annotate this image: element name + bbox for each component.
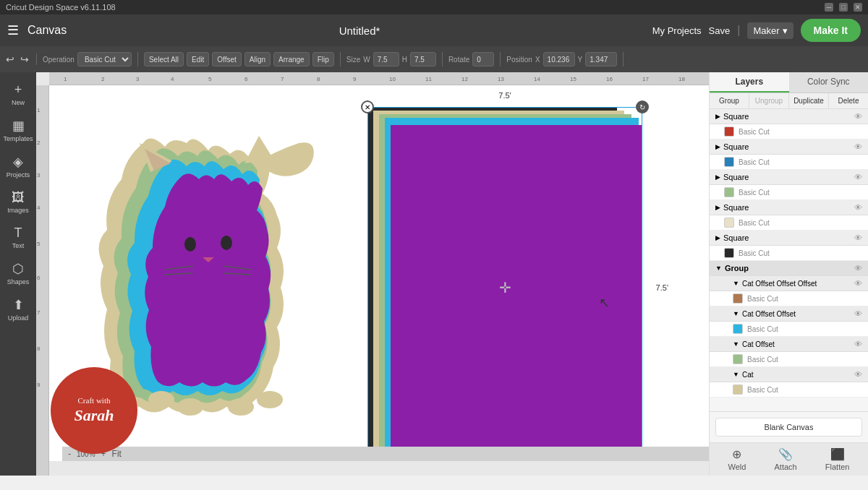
layer-cat-offset-offset[interactable]: ▼ Cat Offset Offset 👁: [710, 306, 868, 322]
maximize-btn[interactable]: □: [839, 3, 848, 12]
sidebar-templates-label: Templates: [3, 135, 33, 142]
app-title: Cricut Design Space v6.11.108: [6, 3, 116, 12]
group-button[interactable]: Group: [710, 93, 749, 108]
panel-footer: ⊕ Weld 📎 Attach ⬛ Flatten: [710, 442, 868, 476]
offset-button[interactable]: Offset: [212, 52, 242, 66]
flip-button[interactable]: Flip: [312, 52, 334, 66]
ruler-mark-12: 12: [461, 76, 468, 82]
layer-sq4-visibility[interactable]: 👁: [854, 203, 862, 212]
sidebar-item-new[interactable]: + New: [0, 78, 36, 111]
layer-sq1-label: Square: [723, 112, 851, 121]
layer-cat-offset-offset-offset[interactable]: ▼ Cat Offset Offset Offset 👁: [710, 276, 868, 291]
delete-button[interactable]: Delete: [829, 93, 868, 108]
ruler-left-mark-7: 7: [37, 309, 40, 316]
layer-sq5-visibility[interactable]: 👁: [854, 233, 862, 242]
layer-square-1[interactable]: ▶ Square 👁: [710, 109, 868, 124]
close-btn[interactable]: ✕: [854, 3, 862, 12]
catoff2-visibility[interactable]: 👁: [854, 279, 862, 288]
ruler-left: 1 2 3 4 5 6 7 8 9: [36, 85, 49, 476]
flatten-button[interactable]: ⬛ Flatten: [825, 447, 850, 471]
layer-sq1-visibility[interactable]: 👁: [854, 112, 862, 121]
sidebar-item-images[interactable]: 🖼 Images: [0, 186, 36, 218]
redo-button[interactable]: ↪: [19, 53, 30, 65]
dropdown-arrow-icon: ▾: [783, 25, 788, 36]
layer-sq1-swatch: [724, 126, 734, 137]
align-button[interactable]: Align: [244, 52, 271, 66]
w-label: W: [363, 56, 370, 64]
operation-select[interactable]: Basic Cut: [77, 52, 132, 66]
x-input[interactable]: [543, 52, 575, 66]
select-all-button[interactable]: Select All: [144, 52, 184, 66]
window-controls[interactable]: ─ □ ✕: [825, 3, 862, 12]
minimize-btn[interactable]: ─: [825, 3, 833, 12]
handle-top-right[interactable]: ↻: [636, 100, 649, 113]
height-input[interactable]: [410, 52, 436, 66]
sidebar-item-text[interactable]: T Text: [0, 221, 36, 254]
tab-color-sync[interactable]: Color Sync: [789, 72, 869, 93]
layer-square-2[interactable]: ▶ Square 👁: [710, 139, 868, 155]
layer-cat-offset[interactable]: ▼ Cat Offset 👁: [710, 337, 868, 352]
group-expand-arrow: ▼: [715, 265, 722, 272]
toolbar-undo-group: ↩ ↪: [4, 53, 37, 65]
layer-square-4[interactable]: ▶ Square 👁: [710, 200, 868, 215]
expand-arrow-2: ▶: [715, 143, 720, 150]
cat-eye-left: [184, 237, 196, 252]
layer-sq2-swatch: [724, 157, 734, 167]
undo-button[interactable]: ↩: [4, 53, 16, 65]
ungroup-button[interactable]: Ungroup: [749, 93, 789, 108]
sidebar-item-shapes[interactable]: ⬡ Shapes: [0, 257, 36, 290]
sidebar-item-templates[interactable]: ▦ Templates: [0, 113, 36, 147]
sidebar-text-label: Text: [12, 242, 25, 249]
handle-top-left[interactable]: ✕: [361, 100, 374, 113]
edit-button[interactable]: Edit: [187, 52, 209, 66]
hamburger-icon[interactable]: ☰: [7, 22, 19, 38]
make-it-button[interactable]: Make It: [801, 19, 861, 42]
layer-sq2-visibility[interactable]: 👁: [854, 142, 862, 151]
rotate-input[interactable]: [472, 52, 494, 66]
ruler-left-mark-3: 3: [37, 172, 40, 179]
layer-sq5-swatch: [724, 248, 734, 258]
projects-icon: ◈: [13, 154, 23, 170]
flatten-icon: ⬛: [830, 447, 845, 461]
sidebar-item-upload[interactable]: ⬆ Upload: [0, 293, 36, 326]
ruler-mark-18: 18: [678, 76, 685, 82]
maker-dropdown[interactable]: Maker ▾: [747, 22, 793, 39]
blank-canvas-button[interactable]: Blank Canvas: [715, 418, 862, 437]
layer-group-main[interactable]: ▼ Group 👁: [710, 261, 868, 276]
layer-sq4-sub: Basic Cut: [739, 219, 770, 227]
upload-icon: ⬆: [13, 297, 24, 313]
tab-layers[interactable]: Layers: [710, 72, 789, 93]
catoff0-visibility[interactable]: 👁: [854, 340, 862, 348]
width-input[interactable]: [373, 52, 399, 66]
layer-cat-item: Basic Cut: [710, 382, 868, 397]
catoff1-visibility[interactable]: 👁: [854, 309, 862, 318]
sidebar-item-projects[interactable]: ◈ Projects: [0, 150, 36, 183]
dim-height-label: 7.5': [656, 283, 668, 292]
layer-group-visibility[interactable]: 👁: [854, 264, 862, 272]
layer-catoff0-item: Basic Cut: [710, 352, 868, 367]
squares-container[interactable]: 7.5' 7.5' ✛ ✕ ↻ 🔒 ↗: [367, 107, 642, 461]
fit-button[interactable]: Fit: [112, 449, 122, 459]
layer-square-5[interactable]: ▶ Square 👁: [710, 231, 868, 246]
weld-button[interactable]: ⊕ Weld: [728, 447, 746, 471]
attach-button[interactable]: 📎 Attach: [775, 447, 797, 471]
ruler-mark-4: 4: [171, 76, 174, 82]
save-button[interactable]: Save: [709, 25, 731, 36]
cat-visibility[interactable]: 👁: [854, 370, 862, 379]
arrange-button[interactable]: Arrange: [273, 52, 310, 66]
ruler-mark-2: 2: [101, 76, 104, 82]
layer-sq3-visibility[interactable]: 👁: [854, 173, 862, 181]
layer-square-3[interactable]: ▶ Square 👁: [710, 170, 868, 185]
bottom-bar: - 100% + Fit: [62, 447, 709, 461]
x-label: X: [535, 56, 540, 64]
my-projects-button[interactable]: My Projects: [652, 25, 702, 36]
catoff2-arrow: ▼: [733, 280, 739, 287]
duplicate-button[interactable]: Duplicate: [789, 93, 829, 108]
y-input[interactable]: [585, 52, 617, 66]
crosshair-icon: ✛: [499, 279, 511, 296]
canvas-area[interactable]: 1 2 3 4 5 6 7 8 9 10 11 12 13 14 15 16 1…: [36, 72, 709, 476]
canvas-workspace[interactable]: 7.5' 7.5' ✛ ✕ ↻ 🔒 ↗ ↖ - 100% + Fit: [49, 85, 709, 461]
layer-sq3-sub: Basic Cut: [739, 189, 770, 197]
layer-cat[interactable]: ▼ Cat 👁: [710, 367, 868, 382]
zoom-out-button[interactable]: -: [68, 449, 71, 459]
